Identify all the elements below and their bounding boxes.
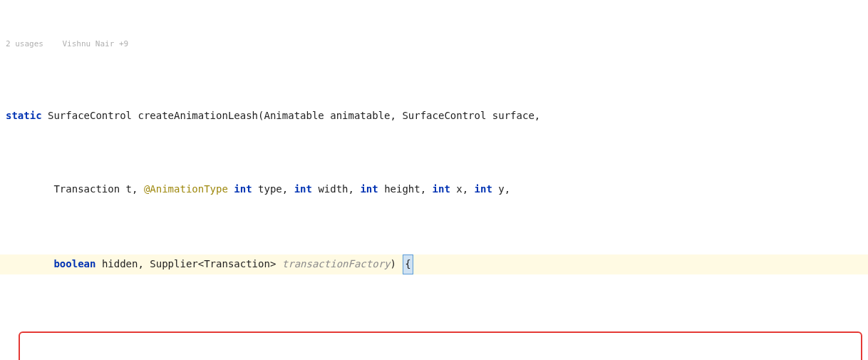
usage-hint: 2 usages Vishnu Nair +9 — [0, 37, 868, 51]
param-type: Transaction — [53, 183, 120, 195]
param-name: x — [456, 183, 462, 195]
param-name: height — [384, 183, 420, 195]
code-line[interactable]: static SurfaceControl createAnimationLea… — [0, 107, 868, 125]
keyword-int: int — [433, 183, 450, 195]
highlighted-block: /* log add start*/ android.util.Log.i( t… — [19, 331, 862, 360]
cursor: { — [403, 254, 413, 274]
method-name: createAnimationLeash — [138, 110, 258, 121]
param-name: y — [498, 183, 504, 195]
keyword-static: static — [6, 110, 42, 121]
param-name: surface — [492, 110, 534, 121]
param-name: hidden — [102, 258, 138, 269]
code-line[interactable]: Transaction t, @AnimationType int type, … — [0, 180, 868, 199]
return-type: SurfaceControl — [48, 110, 132, 121]
code-line-highlighted[interactable]: boolean hidden, Supplier<Transaction> tr… — [0, 254, 868, 274]
param-name: type — [258, 183, 282, 195]
param-name: animatable — [330, 110, 390, 121]
keyword-int: int — [294, 183, 312, 195]
code-editor[interactable]: 2 usages Vishnu Nair +9 static SurfaceCo… — [0, 0, 868, 360]
keyword-int: int — [475, 183, 492, 195]
param-type: Supplier<Transaction> — [150, 258, 276, 269]
keyword-boolean: boolean — [53, 258, 95, 269]
param-name: t — [126, 183, 132, 195]
keyword-int: int — [234, 183, 252, 195]
param-name: transactionFactory — [282, 258, 391, 269]
param-name: width — [318, 183, 348, 195]
param-type: SurfaceControl — [402, 110, 486, 121]
keyword-int: int — [360, 183, 378, 195]
param-type: Animatable — [264, 110, 324, 121]
annotation: @AnimationType — [144, 183, 228, 195]
